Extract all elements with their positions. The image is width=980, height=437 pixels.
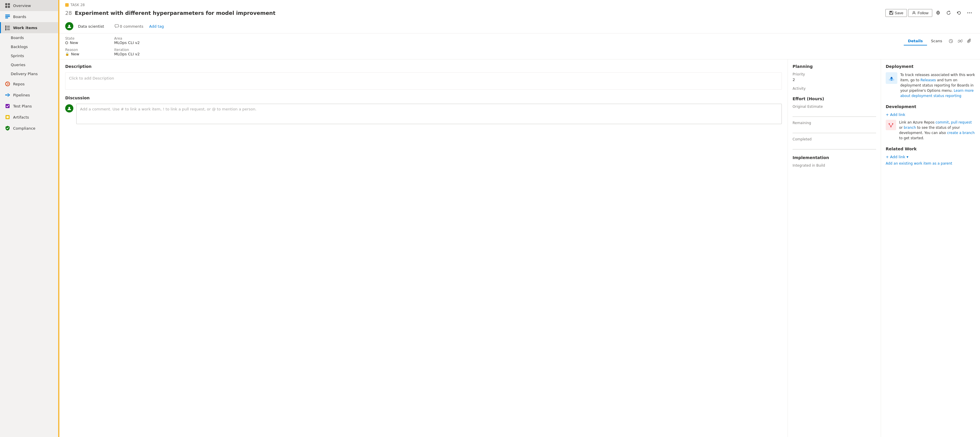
effort-heading: Effort (Hours) bbox=[792, 96, 876, 101]
gear-icon bbox=[936, 11, 940, 15]
releases-link[interactable]: Releases bbox=[920, 78, 936, 82]
add-tag-button[interactable]: Add tag bbox=[149, 24, 164, 29]
state-value[interactable]: New bbox=[65, 40, 79, 45]
save-icon bbox=[889, 11, 893, 15]
original-estimate-input[interactable] bbox=[792, 110, 876, 117]
completed-input[interactable] bbox=[792, 142, 876, 150]
svg-rect-1 bbox=[8, 3, 10, 5]
remaining-input[interactable] bbox=[792, 126, 876, 133]
svg-point-31 bbox=[969, 13, 970, 13]
undo-icon-button[interactable] bbox=[955, 8, 964, 18]
related-add-link-button[interactable]: + Add link ▾ bbox=[886, 155, 975, 159]
implementation-section: Implementation Integrated in Build bbox=[792, 155, 876, 167]
development-heading: Development bbox=[886, 104, 975, 109]
svg-rect-6 bbox=[5, 18, 8, 18]
related-work-section: Related Work + Add link ▾ Add an existin… bbox=[886, 147, 975, 166]
svg-rect-7 bbox=[5, 26, 6, 27]
sidebar-item-boards-label: Boards bbox=[11, 35, 24, 40]
svg-point-28 bbox=[913, 11, 915, 13]
state-dot bbox=[65, 41, 68, 44]
priority-value[interactable]: 2 bbox=[792, 78, 876, 82]
sidebar-item-work-items-label: Work items bbox=[13, 26, 37, 30]
pull-request-link[interactable]: pull request bbox=[951, 120, 972, 124]
link-icon-button[interactable] bbox=[956, 37, 965, 46]
assignee-avatar bbox=[65, 22, 73, 30]
undo-icon bbox=[957, 11, 961, 15]
comment-input[interactable]: Add a comment. Use # to link a work item… bbox=[76, 104, 782, 124]
sidebar-item-queries-label: Queries bbox=[11, 63, 25, 67]
comments-text: 0 comments bbox=[120, 24, 143, 29]
history-icon bbox=[948, 39, 953, 43]
sidebar-item-backlogs[interactable]: Backlogs bbox=[0, 42, 58, 51]
development-section: Development + Add link bbox=[886, 104, 975, 141]
svg-rect-24 bbox=[6, 116, 9, 118]
sidebar-item-test-plans[interactable]: Test Plans bbox=[0, 100, 58, 112]
commit-link[interactable]: commit bbox=[935, 120, 948, 124]
refresh-icon-button[interactable] bbox=[944, 8, 953, 18]
discussion-input-row: Add a comment. Use # to link a work item… bbox=[65, 104, 782, 124]
more-options-button[interactable] bbox=[965, 8, 974, 18]
sidebar-item-sprints[interactable]: Sprints bbox=[0, 51, 58, 60]
dev-add-link-label: + Add link bbox=[886, 112, 905, 117]
artifacts-icon bbox=[5, 115, 10, 120]
assignee-name: Data scientist bbox=[78, 24, 104, 29]
sidebar-item-pipelines-label: Pipelines bbox=[13, 93, 30, 97]
activity-field: Activity bbox=[792, 86, 876, 91]
sidebar-item-repos-label: Repos bbox=[13, 82, 24, 86]
pipelines-icon bbox=[5, 93, 10, 97]
attachment-icon-button[interactable] bbox=[965, 37, 974, 46]
sidebar-item-repos[interactable]: Repos bbox=[0, 78, 58, 89]
svg-rect-10 bbox=[7, 28, 10, 28]
sidebar-item-work-items[interactable]: Work items bbox=[0, 22, 58, 33]
svg-point-29 bbox=[937, 12, 939, 14]
priority-label: Priority bbox=[792, 72, 876, 77]
history-icon-button[interactable] bbox=[946, 37, 956, 46]
sidebar-item-boards-top[interactable]: Boards bbox=[0, 11, 58, 22]
reason-group: Reason 🔒 New bbox=[65, 48, 79, 56]
related-existing-parent[interactable]: Add an existing work item as a parent bbox=[886, 161, 975, 166]
sidebar-item-delivery-plans[interactable]: Delivery Plans bbox=[0, 69, 58, 78]
sidebar-item-boards[interactable]: Boards bbox=[0, 33, 58, 42]
content-right: Deployment To track releases associate bbox=[881, 59, 980, 437]
sidebar-item-pipelines[interactable]: Pipelines bbox=[0, 89, 58, 100]
iteration-label-text: Iteration bbox=[114, 48, 140, 52]
area-item: Area MLOps CLI v2 bbox=[114, 37, 140, 45]
settings-icon-button[interactable] bbox=[934, 8, 943, 18]
svg-point-39 bbox=[891, 77, 892, 79]
tab-details-label: Details bbox=[908, 39, 923, 43]
priority-field: Priority 2 bbox=[792, 72, 876, 82]
dev-add-link-button[interactable]: + Add link bbox=[886, 112, 975, 117]
description-placeholder[interactable]: Click to add Description bbox=[65, 72, 782, 90]
learn-more-link[interactable]: Learn more about deployment status repor… bbox=[900, 89, 974, 98]
compliance-icon bbox=[5, 126, 10, 131]
sidebar-item-sprints-label: Sprints bbox=[11, 54, 24, 58]
sidebar-item-artifacts[interactable]: Artifacts bbox=[0, 112, 58, 123]
task-label-row: TASK 28 bbox=[65, 3, 974, 7]
sidebar-item-compliance[interactable]: Compliance bbox=[0, 123, 58, 134]
sidebar-item-queries[interactable]: Queries bbox=[0, 60, 58, 69]
tab-scans[interactable]: Scans bbox=[927, 37, 946, 45]
iteration-value[interactable]: MLOps CLI v2 bbox=[114, 52, 140, 56]
svg-rect-0 bbox=[5, 3, 7, 5]
planning-heading: Planning bbox=[792, 64, 876, 69]
sidebar-item-boards-top-label: Boards bbox=[13, 14, 26, 19]
svg-rect-26 bbox=[890, 11, 892, 12]
svg-point-43 bbox=[890, 126, 891, 127]
follow-button[interactable]: Follow bbox=[908, 9, 932, 17]
discussion-avatar bbox=[65, 104, 73, 112]
tab-details[interactable]: Details bbox=[904, 37, 927, 45]
svg-rect-11 bbox=[5, 29, 6, 30]
completed-field: Completed bbox=[792, 137, 876, 150]
area-value[interactable]: MLOps CLI v2 bbox=[114, 40, 140, 45]
create-branch-link[interactable]: create a branch bbox=[947, 131, 975, 135]
branch-link[interactable]: branch bbox=[904, 126, 916, 130]
task-number: 28 bbox=[65, 10, 72, 16]
svg-rect-2 bbox=[5, 6, 7, 8]
save-button[interactable]: Save bbox=[885, 9, 907, 17]
svg-point-42 bbox=[892, 123, 893, 124]
svg-point-14 bbox=[5, 94, 6, 96]
svg-point-13 bbox=[6, 82, 10, 86]
deployment-content: To track releases associated with this w… bbox=[886, 72, 975, 99]
discussion-heading: Discussion bbox=[65, 96, 782, 100]
sidebar-item-overview[interactable]: Overview bbox=[0, 0, 58, 11]
